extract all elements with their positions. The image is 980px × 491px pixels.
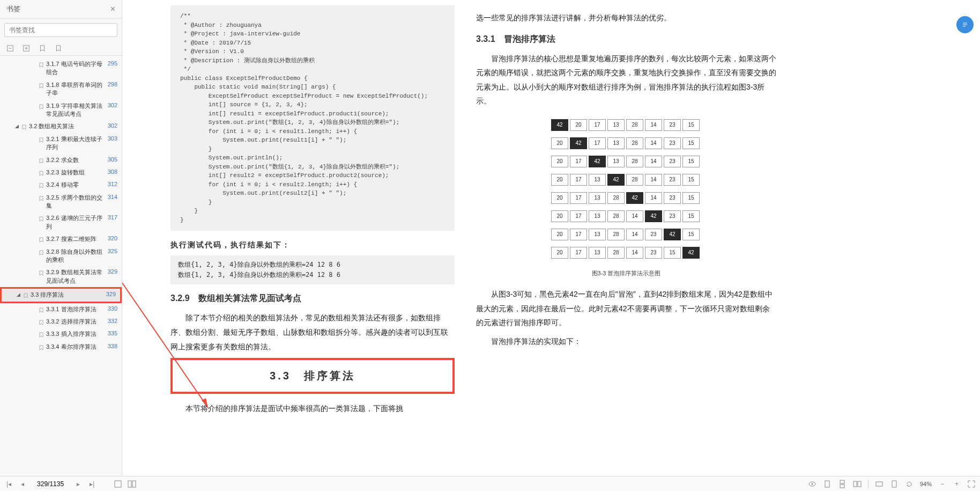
bookmark-item[interactable]: 3.2.2 求众数305 (0, 154, 122, 166)
sort-cell: 42 (607, 174, 625, 186)
sort-cell: 20 (551, 137, 568, 149)
rotate-icon[interactable] (905, 480, 914, 488)
sort-cell: 13 (607, 119, 625, 131)
svg-marker-20 (907, 485, 908, 486)
svg-rect-10 (132, 481, 136, 487)
bookmark-page: 302 (108, 122, 117, 129)
svg-rect-8 (115, 481, 121, 487)
bookmark-page: 335 (108, 330, 117, 336)
bookmark-icon-2[interactable] (55, 45, 62, 52)
bookmark-item[interactable]: 3.2.1 乘积最大连续子序列303 (0, 133, 122, 154)
bookmark-item[interactable]: 3.2.5 求两个数组的交集314 (0, 192, 122, 212)
sort-cell: 15 (682, 210, 700, 222)
sort-cell: 28 (607, 210, 625, 222)
bookmark-icon (39, 62, 44, 67)
sort-cell: 28 (626, 119, 643, 131)
bookmark-item[interactable]: 3.3.3 插入排序算法335 (0, 328, 122, 340)
bookmark-item[interactable]: 3.1.8 串联所有单词的子串298 (0, 79, 122, 100)
bookmark-item[interactable]: 3.3.2 选择排序算法332 (0, 316, 122, 328)
bookmark-item[interactable]: 3.2.8 除自身以外数组的乘积325 (0, 246, 122, 267)
bookmark-icon-1[interactable] (39, 45, 46, 52)
bookmark-page: 305 (108, 156, 117, 163)
bookmark-page: 320 (108, 235, 117, 241)
bookmark-icon (39, 216, 44, 221)
fit-width-icon[interactable] (875, 480, 884, 488)
collapse-all-icon[interactable] (23, 45, 30, 52)
bookmark-item[interactable]: 3.2.7 搜索二维矩阵320 (0, 233, 122, 245)
bookmark-page: 295 (108, 60, 117, 67)
prev-page-button[interactable]: ◂ (19, 480, 26, 488)
bookmark-label: 3.3.2 选择排序算法 (46, 318, 103, 326)
float-assist-button[interactable] (956, 16, 974, 33)
bookmark-page: 308 (108, 168, 117, 175)
fullscreen-icon[interactable] (967, 480, 976, 488)
bookmark-label: 3.2.5 求两个数组的交集 (46, 194, 103, 210)
sort-cell: 15 (682, 156, 700, 167)
first-page-button[interactable]: |◂ (4, 480, 13, 488)
sort-cell: 28 (607, 247, 625, 259)
bookmark-item[interactable]: 3.2.4 移动零312 (0, 179, 122, 191)
layout-icon-1[interactable] (114, 480, 122, 488)
sort-cell: 42 (645, 210, 662, 222)
bookmark-item[interactable]: 3.3.1 冒泡排序算法330 (0, 303, 122, 316)
bookmark-item[interactable]: 3.3.4 希尔排序算法338 (0, 341, 122, 353)
para-329: 除了本节介绍的相关的数组算法外，常见的数组相关算法还有很多，如数组排序、数组分割… (170, 311, 455, 354)
bookmark-item[interactable]: 3.2.9 数组相关算法常见面试考点329 (0, 266, 122, 287)
layout-icon-2[interactable] (128, 480, 136, 488)
bookmark-label: 3.2.9 数组相关算法常见面试考点 (46, 268, 103, 285)
sort-cell: 15 (682, 119, 700, 131)
exec-label: 执行测试代码，执行结果如下： (170, 240, 455, 250)
bookmark-item[interactable]: 3.2.3 旋转数组308 (0, 166, 122, 179)
sort-cell: 42 (664, 229, 681, 240)
eye-icon[interactable] (808, 480, 816, 488)
sort-cell: 15 (682, 192, 700, 204)
bookmark-label: 3.1.8 串联所有单词的子串 (46, 81, 103, 98)
sort-cell: 23 (664, 119, 681, 131)
sort-row: 4220171328142315 (551, 119, 701, 131)
svg-point-12 (811, 483, 813, 485)
bookmark-label: 3.2 数组相关算法 (29, 122, 103, 130)
next-page-button[interactable]: ▸ (75, 480, 82, 488)
bookmark-icon (23, 292, 28, 298)
bookmark-icon (39, 182, 44, 188)
sort-cell: 17 (570, 229, 587, 240)
svg-rect-14 (840, 480, 844, 483)
bookmark-item[interactable]: 3.2.6 递增的三元子序列317 (0, 212, 122, 233)
page-number-input[interactable] (32, 480, 69, 488)
sort-cell: 14 (645, 174, 662, 186)
close-sidebar-button[interactable]: × (110, 4, 115, 14)
bookmark-icon (39, 237, 44, 242)
sort-cell: 20 (551, 192, 568, 204)
bookmark-icon (39, 307, 44, 312)
sort-cell: 28 (607, 229, 625, 240)
last-page-button[interactable]: ▸| (87, 480, 96, 488)
para-33: 本节将介绍的排序算法是面试中频率很高的一类算法题，下面将挑 (170, 401, 455, 416)
sort-cell: 23 (664, 137, 681, 149)
zoom-out-button[interactable]: − (938, 480, 946, 488)
sort-cell: 20 (551, 247, 568, 259)
bookmark-page: 303 (108, 135, 117, 142)
sort-row: 2017132842142315 (551, 192, 701, 204)
sort-row: 2017132814422315 (551, 210, 701, 222)
sort-cell: 13 (589, 247, 606, 259)
bookmark-icon (39, 170, 44, 175)
svg-rect-13 (825, 481, 829, 487)
view-two-page-icon[interactable] (853, 480, 862, 488)
bookmark-page: 298 (108, 81, 117, 87)
bookmark-item[interactable]: ◢3.3 排序算法329 (0, 287, 122, 303)
sort-cell: 23 (664, 156, 681, 167)
bookmark-item[interactable]: ◢3.2 数组相关算法302 (0, 120, 122, 133)
sort-cell: 13 (589, 192, 606, 204)
view-single-icon[interactable] (823, 480, 831, 488)
zoom-level[interactable]: 94% (920, 481, 932, 487)
fit-page-icon[interactable] (890, 480, 899, 488)
zoom-in-button[interactable]: + (953, 480, 961, 488)
bookmark-item[interactable]: 3.1.7 电话号码的字母组合295 (0, 58, 122, 79)
view-continuous-icon[interactable] (838, 480, 847, 488)
top-line: 选一些常见的排序算法进行讲解，并分析每种算法的优劣。 (476, 11, 776, 25)
bookmark-item[interactable]: 3.1.9 字符串相关算法常见面试考点302 (0, 100, 122, 121)
sort-cell: 42 (570, 137, 587, 149)
bookmark-page: 312 (108, 181, 117, 187)
bookmark-search-input[interactable] (4, 23, 117, 37)
expand-all-icon[interactable] (6, 45, 14, 52)
